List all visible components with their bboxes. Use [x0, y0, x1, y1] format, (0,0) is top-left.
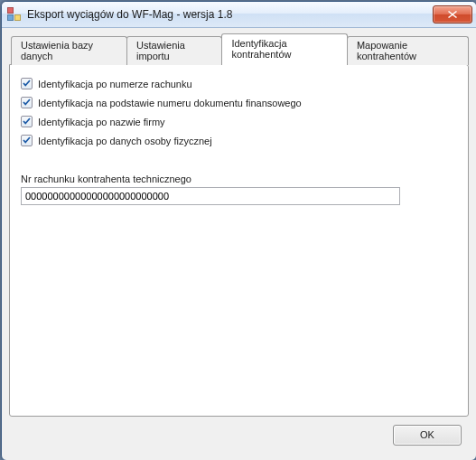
tab-contractor-identification[interactable]: Identyfikacja kontrahentów [221, 33, 348, 64]
checkmark-icon [23, 99, 31, 107]
close-button[interactable] [433, 5, 472, 23]
checkmark-icon [23, 117, 31, 126]
tab-database-settings[interactable]: Ustawienia bazy danych [11, 36, 127, 65]
technical-account-input[interactable] [21, 187, 400, 205]
tab-contractor-mapping[interactable]: Mapowanie kontrahentów [347, 36, 469, 65]
tab-page-identification: Identyfikacja po numerze rachunku Identy… [9, 64, 469, 417]
title-bar: Eksport wyciągów do WF-Mag - wersja 1.8 [2, 2, 476, 28]
tab-strip: Ustawienia bazy danych Ustawienia import… [9, 33, 469, 64]
check-row-person-data: Identyfikacja po danych osoby fizycznej [21, 135, 457, 146]
tab-label: Ustawienia importu [136, 40, 185, 61]
check-row-account-number: Identyfikacja po numerze rachunku [21, 78, 457, 89]
checkbox-label: Identyfikacja po danych osoby fizycznej [38, 136, 212, 146]
tab-label: Ustawienia bazy danych [21, 40, 93, 61]
checkmark-icon [23, 136, 31, 145]
checkbox-label: Identyfikacja na podstawie numeru dokume… [38, 98, 302, 108]
check-row-company-name: Identyfikacja po nazwie firmy [21, 116, 457, 127]
checkbox-person-data[interactable] [21, 135, 33, 146]
close-icon [448, 11, 457, 18]
account-field-label: Nr rachunku kontrahenta technicznego [21, 174, 457, 184]
check-row-document-number: Identyfikacja na podstawie numeru dokume… [21, 97, 457, 108]
app-icon [7, 7, 22, 22]
ok-button[interactable]: OK [393, 425, 462, 446]
client-area: Ustawienia bazy danych Ustawienia import… [2, 28, 476, 460]
checkbox-document-number[interactable] [21, 97, 33, 108]
tab-label: Identyfikacja kontrahentów [231, 38, 291, 60]
checkbox-label: Identyfikacja po nazwie firmy [38, 117, 165, 127]
tab-import-settings[interactable]: Ustawienia importu [126, 36, 222, 65]
tab-label: Mapowanie kontrahentów [357, 40, 416, 61]
checkbox-label: Identyfikacja po numerze rachunku [38, 79, 192, 89]
checkbox-account-number[interactable] [21, 78, 33, 89]
checkbox-company-name[interactable] [21, 116, 33, 127]
dialog-footer: OK [9, 417, 469, 453]
window-title: Eksport wyciągów do WF-Mag - wersja 1.8 [27, 8, 433, 21]
main-window: Eksport wyciągów do WF-Mag - wersja 1.8 … [1, 1, 476, 460]
checkmark-icon [23, 80, 31, 88]
